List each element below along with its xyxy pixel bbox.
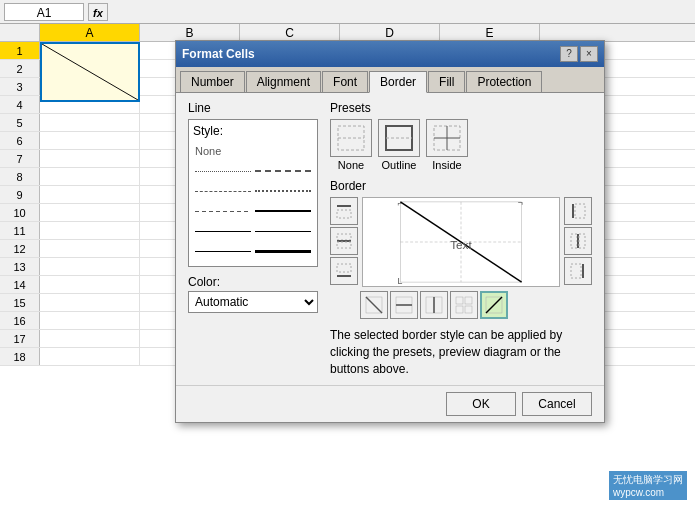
col-header-e[interactable]: E	[440, 24, 540, 41]
header-spacer	[0, 24, 40, 41]
svg-rect-10	[337, 234, 351, 240]
row-header[interactable]: 2	[0, 60, 40, 77]
dialog-help-btn[interactable]: ?	[560, 46, 578, 62]
left-panel: Line Style: None	[188, 101, 318, 377]
cell[interactable]	[40, 294, 140, 311]
preset-inside-label: Inside	[432, 159, 461, 171]
cell[interactable]	[40, 204, 140, 221]
style-row-dotted1[interactable]	[193, 162, 313, 180]
cell[interactable]	[40, 240, 140, 257]
right-panel: Presets None	[330, 101, 592, 377]
svg-rect-27	[579, 234, 585, 248]
cell[interactable]	[40, 312, 140, 329]
svg-text:¬: ¬	[518, 198, 523, 208]
dialog-close-btn[interactable]: ×	[580, 46, 598, 62]
tab-border[interactable]: Border	[369, 71, 427, 93]
row-header[interactable]: 7	[0, 150, 40, 167]
cell-a1[interactable]	[40, 42, 140, 102]
formula-btn[interactable]: fx	[88, 3, 108, 21]
border-inner-h-btn[interactable]	[390, 291, 418, 319]
cell[interactable]	[40, 276, 140, 293]
style-none-label: None	[193, 145, 221, 157]
cell[interactable]	[40, 132, 140, 149]
style-row-dashed2[interactable]	[193, 202, 313, 220]
row-header[interactable]: 11	[0, 222, 40, 239]
border-top-btn[interactable]	[330, 197, 358, 225]
ok-button[interactable]: OK	[446, 392, 516, 416]
col-header-a[interactable]: A	[40, 24, 140, 41]
row-header-1[interactable]: 1	[0, 42, 40, 59]
color-label: Color:	[188, 275, 318, 289]
cell[interactable]	[40, 168, 140, 185]
row-header[interactable]: 14	[0, 276, 40, 293]
preset-inside-item: Inside	[426, 119, 468, 171]
row-header[interactable]: 3	[0, 78, 40, 95]
border-layout: Text ⌐ ¬ L	[330, 197, 592, 287]
col-header-c[interactable]: C	[240, 24, 340, 41]
name-box[interactable]: A1	[4, 3, 84, 21]
cell[interactable]	[40, 348, 140, 365]
border-inner-v-btn[interactable]	[420, 291, 448, 319]
preset-inside-btn[interactable]	[426, 119, 468, 157]
border-section: Border	[330, 179, 592, 319]
row-header[interactable]: 4	[0, 96, 40, 113]
preset-outline-label: Outline	[382, 159, 417, 171]
row-header[interactable]: 6	[0, 132, 40, 149]
preset-none-btn[interactable]	[330, 119, 372, 157]
svg-rect-24	[575, 204, 585, 218]
cancel-button[interactable]: Cancel	[522, 392, 592, 416]
border-right-btns	[564, 197, 592, 285]
svg-line-31	[366, 297, 382, 313]
row-header[interactable]: 12	[0, 240, 40, 257]
border-right-btn[interactable]	[564, 257, 592, 285]
border-diag-down-btn[interactable]	[360, 291, 388, 319]
row-header[interactable]: 13	[0, 258, 40, 275]
status-message: The selected border style can be applied…	[330, 327, 592, 377]
cell[interactable]	[40, 258, 140, 275]
row-header[interactable]: 8	[0, 168, 40, 185]
row-header[interactable]: 17	[0, 330, 40, 347]
style-row-none[interactable]: None	[193, 142, 313, 160]
tab-font[interactable]: Font	[322, 71, 368, 92]
row-header[interactable]: 16	[0, 312, 40, 329]
two-col-layout: Line Style: None	[188, 101, 592, 377]
style-row-dashed1[interactable]	[193, 182, 313, 200]
border-center-btn[interactable]	[564, 227, 592, 255]
row-header[interactable]: 9	[0, 186, 40, 203]
border-bottom-btn[interactable]	[330, 257, 358, 285]
color-section: Color: Automatic	[188, 275, 318, 313]
line-style-box: Style: None	[188, 119, 318, 267]
cell[interactable]	[40, 330, 140, 347]
border-preview[interactable]: Text ⌐ ¬ L	[362, 197, 560, 287]
row-header[interactable]: 5	[0, 114, 40, 131]
col-header-b[interactable]: B	[140, 24, 240, 41]
tab-number[interactable]: Number	[180, 71, 245, 92]
tab-alignment[interactable]: Alignment	[246, 71, 321, 92]
svg-rect-35	[426, 297, 434, 313]
border-middle-btn[interactable]	[330, 227, 358, 255]
dialog-tabs: Number Alignment Font Border Fill Protec…	[176, 67, 604, 93]
border-diag-up-btn[interactable]	[480, 291, 508, 319]
col-header-d[interactable]: D	[340, 24, 440, 41]
border-left-btn[interactable]	[564, 197, 592, 225]
presets-section: Presets None	[330, 101, 592, 171]
style-row-thick[interactable]	[193, 242, 313, 260]
style-row-medium[interactable]	[193, 222, 313, 240]
svg-rect-12	[337, 242, 351, 248]
tab-fill[interactable]: Fill	[428, 71, 465, 92]
cell[interactable]	[40, 222, 140, 239]
bottom-row-btns	[330, 291, 592, 319]
tab-protection[interactable]: Protection	[466, 71, 542, 92]
border-inner-btn[interactable]	[450, 291, 478, 319]
row-header[interactable]: 18	[0, 348, 40, 365]
cell[interactable]	[40, 186, 140, 203]
svg-rect-36	[434, 297, 442, 313]
presets-buttons: None Outline	[330, 119, 592, 171]
preset-outline-btn[interactable]	[378, 119, 420, 157]
dialog-titlebar: Format Cells ? ×	[176, 41, 604, 67]
cell[interactable]	[40, 114, 140, 131]
row-header[interactable]: 15	[0, 294, 40, 311]
color-select[interactable]: Automatic	[188, 291, 318, 313]
row-header[interactable]: 10	[0, 204, 40, 221]
cell[interactable]	[40, 150, 140, 167]
